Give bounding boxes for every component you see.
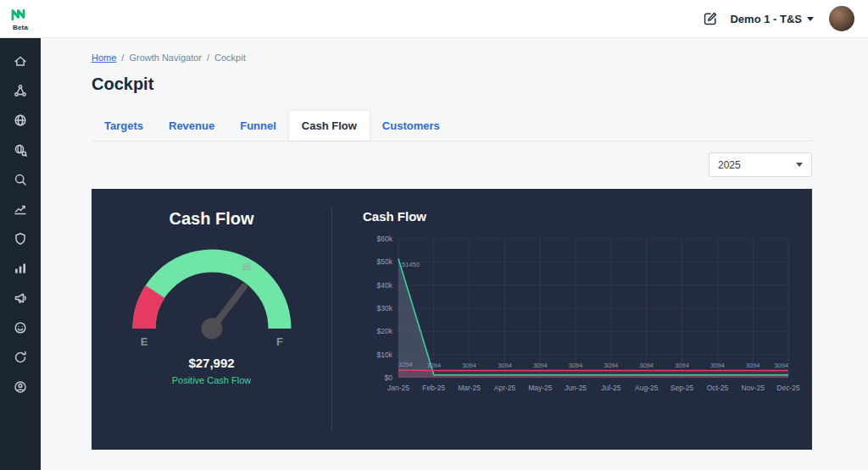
sidebar-item-megaphone[interactable] bbox=[8, 291, 32, 308]
bar-chart-icon bbox=[13, 261, 28, 279]
svg-text:Dec-25: Dec-25 bbox=[776, 384, 800, 392]
breadcrumb-separator: / bbox=[121, 53, 124, 63]
svg-text:51450: 51450 bbox=[402, 261, 420, 268]
breadcrumb: Home/Growth Navigator/Cockpit bbox=[92, 53, 812, 63]
gauge-amount: $27,992 bbox=[188, 356, 234, 370]
app-logo: Beta bbox=[0, 7, 41, 31]
home-icon bbox=[13, 53, 28, 72]
sidebar-item-network[interactable] bbox=[8, 84, 32, 101]
svg-text:Apr-25: Apr-25 bbox=[494, 384, 516, 392]
shield-icon bbox=[13, 231, 28, 250]
sidebar-item-sync[interactable] bbox=[8, 351, 32, 368]
svg-text:Jul-25: Jul-25 bbox=[601, 384, 620, 392]
svg-text:3094: 3094 bbox=[498, 362, 512, 369]
svg-text:May-25: May-25 bbox=[528, 384, 553, 392]
tab-customers[interactable]: Customers bbox=[370, 111, 453, 141]
sidebar-item-bar-chart[interactable] bbox=[8, 262, 32, 279]
svg-text:Nov-25: Nov-25 bbox=[741, 384, 765, 392]
svg-text:E: E bbox=[140, 335, 147, 348]
filter-row: 2025 bbox=[92, 152, 812, 177]
svg-text:Jan-25: Jan-25 bbox=[387, 384, 409, 392]
svg-text:3094: 3094 bbox=[639, 362, 654, 369]
svg-text:Mar-25: Mar-25 bbox=[458, 384, 481, 392]
chart-title: Cash Flow bbox=[363, 209, 812, 224]
network-icon bbox=[13, 83, 28, 102]
svg-text:$20k: $20k bbox=[377, 327, 393, 335]
svg-text:3094: 3094 bbox=[569, 362, 583, 369]
gauge-title: Cash Flow bbox=[169, 209, 253, 229]
svg-text:3094: 3094 bbox=[675, 362, 689, 369]
year-select[interactable]: 2025 bbox=[709, 152, 812, 177]
avatar[interactable] bbox=[829, 6, 854, 31]
side-navigation bbox=[0, 37, 41, 470]
chart-panel: Cash Flow $0$10k$20k$30k$40k$50k$60kJan-… bbox=[332, 189, 812, 450]
cash-flow-chart: $0$10k$20k$30k$40k$50k$60kJan-25Feb-25Ma… bbox=[363, 229, 805, 398]
sidebar-item-globe-search[interactable] bbox=[8, 143, 32, 160]
gauge-status: Positive Cash Flow bbox=[172, 375, 252, 385]
tab-bar: TargetsRevenueFunnelCash FlowCustomers bbox=[92, 111, 812, 141]
breadcrumb-item-growth-navigator: Growth Navigator bbox=[129, 53, 202, 63]
chevron-down-icon bbox=[796, 163, 803, 167]
search-icon bbox=[13, 172, 28, 191]
svg-text:3094: 3094 bbox=[604, 362, 619, 369]
svg-text:3094: 3094 bbox=[426, 362, 441, 369]
user-icon bbox=[13, 379, 28, 398]
svg-text:$10k: $10k bbox=[377, 351, 393, 359]
svg-text:3094: 3094 bbox=[710, 362, 725, 369]
tab-funnel[interactable]: Funnel bbox=[227, 111, 289, 141]
svg-text:Sep-25: Sep-25 bbox=[670, 384, 694, 392]
sidebar-item-home[interactable] bbox=[8, 54, 32, 71]
top-bar: Beta Demo 1 - T&S bbox=[0, 0, 868, 38]
sidebar-item-analytics[interactable] bbox=[8, 202, 32, 219]
brand-label: Beta bbox=[13, 24, 28, 31]
edit-icon[interactable] bbox=[701, 9, 720, 28]
svg-text:$60k: $60k bbox=[377, 235, 393, 243]
caret-down-icon bbox=[807, 17, 814, 21]
svg-text:F: F bbox=[276, 335, 283, 348]
tab-cash-flow[interactable]: Cash Flow bbox=[289, 111, 370, 141]
globe-search-icon bbox=[13, 142, 28, 161]
tab-revenue[interactable]: Revenue bbox=[156, 111, 227, 141]
page-title: Cockpit bbox=[92, 75, 812, 94]
sidebar-item-globe[interactable] bbox=[8, 113, 32, 130]
globe-icon bbox=[13, 113, 28, 131]
svg-text:3094: 3094 bbox=[774, 362, 788, 369]
svg-text:Jun-25: Jun-25 bbox=[565, 384, 587, 392]
breadcrumb-separator: / bbox=[207, 53, 209, 63]
breadcrumb-item-cockpit: Cockpit bbox=[214, 53, 246, 63]
svg-text:3094: 3094 bbox=[746, 362, 760, 369]
gauge-panel: Cash Flow 85EF $27,992 Positive Cash Flo… bbox=[92, 189, 331, 450]
svg-text:Aug-25: Aug-25 bbox=[635, 384, 659, 392]
sidebar-item-search[interactable] bbox=[8, 173, 32, 190]
year-select-value: 2025 bbox=[718, 159, 741, 171]
analytics-icon bbox=[13, 202, 28, 220]
main-content: Home/Growth Navigator/Cockpit Cockpit Ta… bbox=[41, 37, 868, 470]
svg-text:Oct-25: Oct-25 bbox=[707, 384, 729, 392]
svg-text:$30k: $30k bbox=[377, 304, 393, 312]
tab-targets[interactable]: Targets bbox=[92, 111, 156, 141]
sidebar-item-user[interactable] bbox=[8, 380, 32, 397]
svg-text:3094: 3094 bbox=[533, 362, 548, 369]
sidebar-item-shield[interactable] bbox=[8, 232, 32, 249]
sidebar-item-smiley[interactable] bbox=[8, 321, 32, 338]
cash-flow-gauge: 85EF bbox=[106, 229, 318, 356]
megaphone-icon bbox=[13, 290, 28, 309]
breadcrumb-item-home[interactable]: Home bbox=[92, 53, 116, 63]
workspace-switcher[interactable]: Demo 1 - T&S bbox=[730, 13, 814, 25]
svg-text:Feb-25: Feb-25 bbox=[422, 384, 445, 392]
svg-text:$50k: $50k bbox=[377, 257, 393, 266]
svg-text:$0: $0 bbox=[385, 373, 393, 382]
svg-text:3094: 3094 bbox=[462, 362, 476, 369]
workspace-label: Demo 1 - T&S bbox=[730, 13, 802, 25]
svg-text:85: 85 bbox=[242, 263, 253, 272]
sync-icon bbox=[13, 350, 28, 368]
svg-text:3294: 3294 bbox=[398, 361, 413, 368]
smiley-icon bbox=[13, 320, 28, 339]
cash-flow-card: Cash Flow 85EF $27,992 Positive Cash Flo… bbox=[92, 189, 812, 450]
svg-text:$40k: $40k bbox=[377, 281, 393, 290]
logo-mark-icon bbox=[10, 8, 31, 25]
